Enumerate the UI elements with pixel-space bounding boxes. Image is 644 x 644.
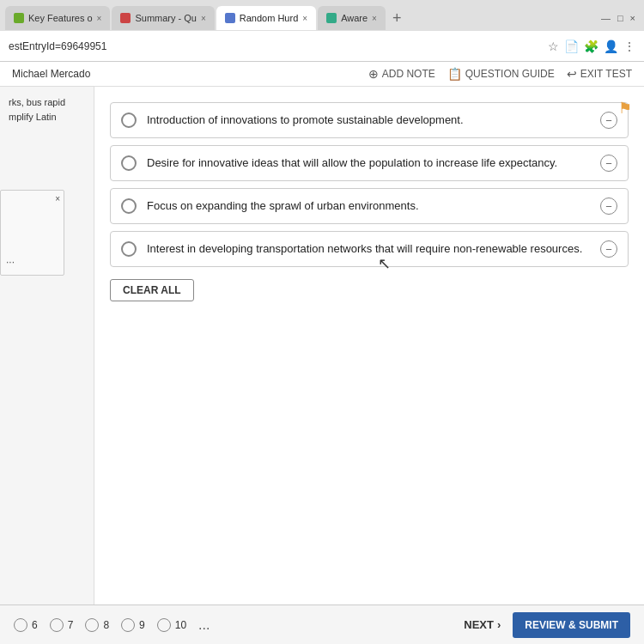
eliminate-button-b[interactable]: − [600, 155, 617, 172]
side-popup-more-icon[interactable]: ··· [6, 254, 15, 270]
address-bar: estEntryId=69649951 ☆ 📄 🧩 👤 ⋮ [0, 31, 644, 62]
side-popup: × ··· [0, 190, 64, 276]
choice-row-b[interactable]: Desire for innovative ideas that will al… [110, 145, 629, 181]
profile-icon[interactable]: 👤 [604, 39, 618, 53]
nav-label-10: 10 [175, 619, 186, 631]
choice-radio-d[interactable] [121, 241, 137, 257]
exit-icon: ↩ [567, 67, 577, 81]
nav-circle-8 [85, 618, 99, 632]
eliminate-icon-c: − [605, 200, 612, 213]
left-panel: rks, bus rapid mplify Latin × ··· [0, 87, 94, 605]
nav-circle-7 [50, 618, 64, 632]
tab-close-key-features[interactable]: × [97, 14, 102, 23]
tab-icon-aware [326, 13, 337, 23]
choice-text-d: Interest in developing transportation ne… [147, 241, 590, 257]
exit-test-button[interactable]: ↩ EXIT TEST [567, 67, 632, 81]
choice-text-a: Introduction of innovations to promote s… [147, 112, 590, 128]
question-guide-button[interactable]: 📋 QUESTION GUIDE [447, 67, 555, 81]
nav-label-6: 6 [32, 619, 38, 631]
tab-icon-random [225, 13, 235, 23]
choice-radio-c[interactable] [121, 198, 137, 214]
eliminate-icon-d: − [605, 243, 612, 256]
address-icons: ☆ 📄 🧩 👤 ⋮ [548, 39, 635, 53]
answer-choices: Introduction of innovations to promote s… [110, 102, 629, 267]
pdf-icon[interactable]: 📄 [564, 39, 579, 53]
add-note-icon: ⊕ [368, 67, 379, 81]
nav-circle-9 [121, 618, 135, 632]
nav-num-6[interactable]: 6 [14, 618, 38, 632]
main-content: ⚑ Introduction of innovations to promote… [94, 87, 644, 605]
left-panel-text-line1: rks, bus rapid [9, 95, 85, 110]
tab-random-hurd[interactable]: Random Hurd × [216, 6, 316, 30]
eliminate-button-c[interactable]: − [600, 197, 617, 215]
clear-all-button[interactable]: CLEAR ALL [110, 279, 194, 301]
maximize-button[interactable]: □ [617, 13, 623, 23]
tab-label-aware: Aware [341, 13, 368, 23]
choice-radio-b[interactable] [121, 155, 137, 171]
user-name: Michael Mercado [12, 68, 90, 80]
eliminate-icon-b: − [605, 157, 612, 170]
nav-circle-6 [14, 618, 27, 632]
eliminate-icon-a: − [605, 114, 612, 127]
choice-row-d[interactable]: Interest in developing transportation ne… [110, 231, 629, 267]
tab-icon-key-features [14, 13, 24, 23]
nav-circle-10 [157, 618, 171, 632]
minimize-button[interactable]: — [601, 13, 611, 23]
choice-radio-a[interactable] [121, 112, 137, 128]
nav-label-9: 9 [139, 619, 145, 631]
star-icon[interactable]: ☆ [548, 39, 559, 53]
nav-num-7[interactable]: 7 [50, 618, 74, 632]
review-submit-button[interactable]: REVIEW & SUBMIT [513, 612, 630, 638]
bottom-nav: 6 7 8 9 10 ... NEXT › REVIEW & SUBMIT [0, 605, 644, 644]
eliminate-button-d[interactable]: − [600, 240, 617, 258]
tab-key-features[interactable]: Key Features o × [5, 6, 110, 30]
choice-row-c[interactable]: Focus on expanding the sprawl of urban e… [110, 188, 629, 224]
tab-close-aware[interactable]: × [372, 14, 377, 23]
question-guide-label: QUESTION GUIDE [465, 68, 555, 80]
tab-label-random: Random Hurd [240, 13, 298, 23]
tab-label-summary: Summary - Qu [135, 13, 197, 23]
tab-label-key-features: Key Features o [28, 13, 93, 23]
next-button[interactable]: NEXT › [464, 618, 501, 631]
tab-icon-summary [120, 13, 131, 23]
nav-num-8[interactable]: 8 [85, 618, 109, 632]
tab-bar: Key Features o × Summary - Qu × Random H… [0, 0, 644, 31]
nav-more-dots[interactable]: ... [198, 617, 210, 633]
menu-icon[interactable]: ⋮ [623, 39, 635, 53]
tab-summary[interactable]: Summary - Qu × [112, 6, 214, 30]
eliminate-button-a[interactable]: − [600, 112, 617, 129]
browser-chrome: Key Features o × Summary - Qu × Random H… [0, 0, 644, 62]
choice-row-a[interactable]: Introduction of innovations to promote s… [110, 102, 629, 138]
exit-test-label: EXIT TEST [580, 68, 632, 80]
flag-icon[interactable]: ⚑ [618, 99, 632, 118]
question-guide-icon: 📋 [447, 67, 462, 81]
tab-close-summary[interactable]: × [201, 14, 206, 23]
choice-text-b: Desire for innovative ideas that will al… [147, 155, 590, 171]
address-text[interactable]: estEntryId=69649951 [9, 40, 541, 52]
new-tab-button[interactable]: + [387, 9, 407, 27]
top-bar: Michael Mercado ⊕ ADD NOTE 📋 QUESTION GU… [0, 62, 644, 87]
close-button[interactable]: × [630, 13, 635, 23]
choice-text-c: Focus on expanding the sprawl of urban e… [147, 198, 590, 214]
extensions-icon[interactable]: 🧩 [584, 39, 598, 53]
next-label: NEXT [464, 618, 494, 631]
left-panel-text-line2: mplify Latin [9, 110, 85, 125]
window-controls: — □ × [601, 13, 639, 23]
side-popup-close-icon[interactable]: × [55, 192, 60, 205]
nav-num-9[interactable]: 9 [121, 618, 145, 632]
tab-close-random[interactable]: × [302, 14, 307, 23]
nav-label-7: 7 [68, 619, 74, 631]
add-note-label: ADD NOTE [382, 68, 435, 80]
next-chevron-icon: › [497, 618, 501, 631]
add-note-button[interactable]: ⊕ ADD NOTE [368, 67, 435, 81]
content-area: rks, bus rapid mplify Latin × ··· ⚑ Intr… [0, 87, 644, 605]
test-page: Michael Mercado ⊕ ADD NOTE 📋 QUESTION GU… [0, 62, 644, 644]
nav-label-8: 8 [103, 619, 109, 631]
nav-num-10[interactable]: 10 [157, 618, 186, 632]
tab-aware[interactable]: Aware × [318, 6, 386, 30]
